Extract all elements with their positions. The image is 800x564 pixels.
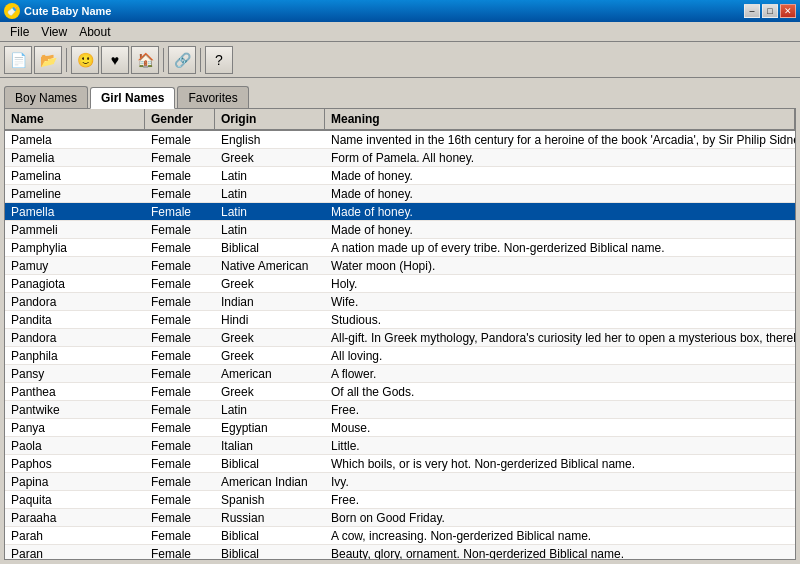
cell-meaning: Studious. [325, 311, 795, 328]
table-row[interactable]: Pamelina Female Latin Made of honey. [5, 167, 795, 185]
cell-name: Pandora [5, 293, 145, 310]
toolbar: 📄 📂 🙂 ♥ 🏠 🔗 ? [0, 42, 800, 78]
table-row[interactable]: Paola Female Italian Little. [5, 437, 795, 455]
cell-name: Panphila [5, 347, 145, 364]
open-button[interactable]: 📂 [34, 46, 62, 74]
tab-bar: Boy Names Girl Names Favorites [0, 78, 800, 108]
cell-gender: Female [145, 491, 215, 508]
heart-button[interactable]: ♥ [101, 46, 129, 74]
table-row[interactable]: Pantwike Female Latin Free. [5, 401, 795, 419]
maximize-button[interactable]: □ [762, 4, 778, 18]
tab-girl-names[interactable]: Girl Names [90, 87, 175, 109]
cell-gender: Female [145, 329, 215, 346]
cell-name: Paola [5, 437, 145, 454]
cell-gender: Female [145, 203, 215, 220]
col-header-gender[interactable]: Gender [145, 109, 215, 129]
cell-gender: Female [145, 257, 215, 274]
cell-gender: Female [145, 131, 215, 148]
menu-view[interactable]: View [35, 23, 73, 41]
cell-meaning: Water moon (Hopi). [325, 257, 795, 274]
cell-origin: Biblical [215, 239, 325, 256]
cell-origin: Greek [215, 329, 325, 346]
cell-gender: Female [145, 347, 215, 364]
col-header-name[interactable]: Name [5, 109, 145, 129]
table-row[interactable]: Panagiota Female Greek Holy. [5, 275, 795, 293]
cell-meaning: Made of honey. [325, 203, 795, 220]
cell-origin: Spanish [215, 491, 325, 508]
smiley-button[interactable]: 🙂 [71, 46, 99, 74]
cell-meaning: A nation made up of every tribe. Non-ger… [325, 239, 795, 256]
menu-about[interactable]: About [73, 23, 116, 41]
menu-file[interactable]: File [4, 23, 35, 41]
cell-meaning: Name invented in the 16th century for a … [325, 131, 795, 148]
table-row[interactable]: Parah Female Biblical A cow, increasing.… [5, 527, 795, 545]
menu-bar: File View About [0, 22, 800, 42]
cell-origin: Native American [215, 257, 325, 274]
cell-gender: Female [145, 239, 215, 256]
cell-meaning: Free. [325, 401, 795, 418]
table-row[interactable]: Pandita Female Hindi Studious. [5, 311, 795, 329]
tab-favorites[interactable]: Favorites [177, 86, 248, 108]
cell-gender: Female [145, 383, 215, 400]
table-row[interactable]: Pandora Female Indian Wife. [5, 293, 795, 311]
cell-origin: Russian [215, 509, 325, 526]
col-header-meaning[interactable]: Meaning [325, 109, 795, 129]
table-row[interactable]: Panya Female Egyptian Mouse. [5, 419, 795, 437]
cell-origin: Biblical [215, 545, 325, 559]
table-row[interactable]: Pamela Female English Name invented in t… [5, 131, 795, 149]
cell-origin: Biblical [215, 527, 325, 544]
table-row[interactable]: Paquita Female Spanish Free. [5, 491, 795, 509]
table-row[interactable]: Panphila Female Greek All loving. [5, 347, 795, 365]
cell-gender: Female [145, 149, 215, 166]
table-body[interactable]: Pamela Female English Name invented in t… [5, 131, 795, 559]
cell-meaning: A flower. [325, 365, 795, 382]
table-row[interactable]: Pameline Female Latin Made of honey. [5, 185, 795, 203]
table-row[interactable]: Pamelia Female Greek Form of Pamela. All… [5, 149, 795, 167]
table-row[interactable]: Paran Female Biblical Beauty, glory, orn… [5, 545, 795, 559]
cell-origin: American Indian [215, 473, 325, 490]
table-row[interactable]: Pansy Female American A flower. [5, 365, 795, 383]
fav-button[interactable]: 🏠 [131, 46, 159, 74]
cell-name: Pamelia [5, 149, 145, 166]
minimize-button[interactable]: – [744, 4, 760, 18]
col-header-origin[interactable]: Origin [215, 109, 325, 129]
title-bar: 🍼 Cute Baby Name – □ ✕ [0, 0, 800, 22]
help-button[interactable]: ? [205, 46, 233, 74]
cell-origin: Latin [215, 167, 325, 184]
title-bar-left: 🍼 Cute Baby Name [4, 3, 111, 19]
cell-meaning: Of all the Gods. [325, 383, 795, 400]
table-row[interactable]: Papina Female American Indian Ivy. [5, 473, 795, 491]
cell-gender: Female [145, 473, 215, 490]
table-row[interactable]: Pamuy Female Native American Water moon … [5, 257, 795, 275]
table-row[interactable]: Pamella Female Latin Made of honey. [5, 203, 795, 221]
table-row[interactable]: Pandora Female Greek All-gift. In Greek … [5, 329, 795, 347]
cell-origin: American [215, 365, 325, 382]
table-row[interactable]: Pammeli Female Latin Made of honey. [5, 221, 795, 239]
cell-name: Paran [5, 545, 145, 559]
cell-origin: Indian [215, 293, 325, 310]
cell-gender: Female [145, 527, 215, 544]
cell-name: Pammeli [5, 221, 145, 238]
cell-origin: Greek [215, 149, 325, 166]
cell-name: Papina [5, 473, 145, 490]
table-row[interactable]: Paphos Female Biblical Which boils, or i… [5, 455, 795, 473]
cell-name: Pandita [5, 311, 145, 328]
table-row[interactable]: Panthea Female Greek Of all the Gods. [5, 383, 795, 401]
cell-meaning: Made of honey. [325, 221, 795, 238]
cell-origin: Greek [215, 347, 325, 364]
cell-name: Pamuy [5, 257, 145, 274]
cell-origin: Greek [215, 275, 325, 292]
close-button[interactable]: ✕ [780, 4, 796, 18]
cell-meaning: Made of honey. [325, 167, 795, 184]
table-row[interactable]: Paraaha Female Russian Born on Good Frid… [5, 509, 795, 527]
tab-boy-names[interactable]: Boy Names [4, 86, 88, 108]
cell-meaning: Which boils, or is very hot. Non-gerderi… [325, 455, 795, 472]
link-button[interactable]: 🔗 [168, 46, 196, 74]
cell-name: Paphos [5, 455, 145, 472]
new-button[interactable]: 📄 [4, 46, 32, 74]
toolbar-separator-1 [66, 48, 67, 72]
cell-name: Panagiota [5, 275, 145, 292]
cell-origin: Italian [215, 437, 325, 454]
cell-gender: Female [145, 365, 215, 382]
table-row[interactable]: Pamphylia Female Biblical A nation made … [5, 239, 795, 257]
